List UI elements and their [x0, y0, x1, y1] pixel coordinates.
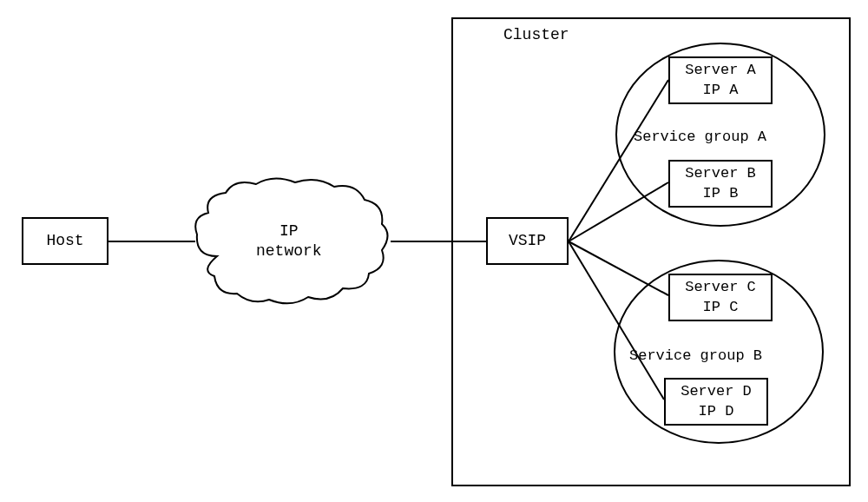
server-a-name: Server A [685, 61, 756, 80]
cluster-label: Cluster [503, 26, 569, 43]
network-diagram: IP network Host Cluster VSIP Service gro… [0, 0, 868, 502]
vsip-label: VSIP [509, 231, 546, 251]
server-c-name: Server C [685, 278, 756, 297]
network-label-line2: network [256, 241, 322, 261]
service-group-b-label: Service group B [629, 347, 762, 364]
server-b-node: Server B IP B [668, 160, 773, 208]
service-group-a-label: Service group A [634, 129, 766, 145]
server-c-ip: IP C [703, 298, 739, 317]
server-b-name: Server B [685, 164, 756, 183]
server-d-ip: IP D [699, 402, 734, 421]
vsip-node: VSIP [486, 217, 569, 265]
host-node: Host [22, 217, 108, 265]
network-label: IP network [256, 221, 322, 262]
server-d-name: Server D [681, 382, 752, 401]
server-a-node: Server A IP A [668, 56, 773, 104]
server-d-node: Server D IP D [664, 378, 768, 426]
server-a-ip: IP A [703, 81, 739, 100]
network-label-line1: IP [256, 221, 322, 241]
host-label: Host [46, 231, 83, 251]
server-c-node: Server C IP C [668, 274, 773, 321]
server-b-ip: IP B [703, 184, 739, 203]
